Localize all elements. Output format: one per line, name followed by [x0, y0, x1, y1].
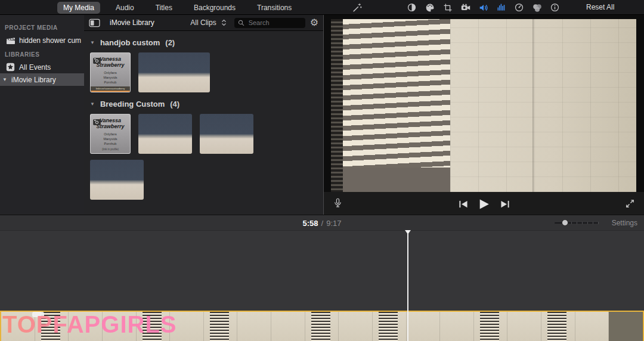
project-media-header: PROJECT MEDIA	[0, 20, 84, 34]
camera-badge-icon	[93, 55, 101, 66]
camera-stabilization-icon[interactable]	[460, 2, 471, 13]
tab-titles[interactable]: Titles	[150, 2, 178, 14]
sidebar-item-imovie-library[interactable]: ▼iMovie Library	[0, 73, 84, 86]
fullscreen-icon[interactable]	[624, 198, 636, 209]
watermark-text: TOPFAPGIRLS	[2, 311, 177, 338]
timeline-toolbar: 5:58 / 9:17 Settings	[0, 215, 644, 230]
filmstrip-frame[interactable]	[440, 312, 474, 341]
skip-forward-button[interactable]	[499, 199, 510, 210]
color-palette-icon[interactable]	[424, 2, 435, 13]
adjustment-toolbar	[406, 0, 561, 15]
clip-thumbnail[interactable]	[138, 114, 192, 154]
transport-controls	[457, 199, 510, 210]
voiceover-mic-icon[interactable]	[332, 197, 343, 209]
preview-shower-curtain	[343, 19, 450, 192]
filmstrip-frame[interactable]	[541, 312, 575, 341]
libraries-header: LIBRARIES	[0, 46, 84, 61]
sidebar-item-hidden-shower-cum[interactable]: hidden shower cum	[0, 34, 84, 46]
volume-icon[interactable]	[478, 2, 489, 13]
tab-audio[interactable]: Audio	[110, 2, 140, 14]
preview-wall-corner	[532, 19, 534, 192]
filmstrip-frame[interactable]	[271, 312, 305, 341]
sidebar-toggle-icon[interactable]	[89, 17, 100, 29]
filmstrip-frame[interactable]	[204, 312, 238, 341]
tab-my-media[interactable]: My Media	[57, 2, 100, 14]
clip-row: VanessaStrawberryOnlyfansManyvidsPornhub…	[90, 114, 317, 154]
filmstrip-frame[interactable]	[575, 312, 609, 341]
browser-title: iMovie Library	[110, 18, 154, 27]
disclosure-triangle-icon[interactable]: ▼	[90, 40, 95, 45]
filmstrip-frame[interactable]	[339, 312, 373, 341]
browser-settings-gear-icon[interactable]: ⚙	[310, 18, 318, 27]
clip-title-card[interactable]: VanessaStrawberryOnlyfansManyvidsPornhub…	[90, 114, 131, 154]
search-box[interactable]	[234, 18, 305, 28]
card-sites: OnlyfansManyvidsPornhub	[103, 132, 117, 147]
disclosure-triangle-icon[interactable]: ▼	[90, 101, 95, 107]
zoom-tick	[593, 222, 593, 224]
timeline-empty-track[interactable]	[0, 230, 644, 311]
color-balance-icon[interactable]	[406, 2, 417, 13]
libraries-sidebar: PROJECT MEDIA hidden shower cum LIBRARIE…	[0, 15, 84, 215]
sidebar-item-label: All Events	[19, 63, 51, 72]
timeline-settings-button[interactable]: Settings	[612, 219, 637, 227]
chevron-updown-icon	[218, 17, 230, 29]
search-input[interactable]	[247, 18, 302, 27]
filmstrip-frame[interactable]	[609, 312, 643, 341]
section-count: (4)	[170, 100, 179, 108]
browser-header: iMovie Library All Clips ⚙	[84, 15, 323, 31]
time-separator: /	[321, 218, 324, 227]
timeline-zoom-slider[interactable]	[555, 222, 599, 224]
clip-filter-dropdown[interactable]: All Clips	[190, 17, 229, 29]
clip-title-card[interactable]: VanessaStrawberryOnlyfansManyvidsPornhub…	[90, 52, 131, 92]
zoom-slider-thumb[interactable]	[562, 219, 568, 226]
filmstrip-frame[interactable]	[237, 312, 271, 341]
search-icon	[238, 19, 245, 26]
preview-window-blinds	[331, 19, 343, 192]
reset-all-button[interactable]: Reset All	[586, 3, 614, 11]
info-icon[interactable]	[549, 2, 561, 13]
clip-thumbnail[interactable]	[90, 160, 144, 200]
section-header[interactable]: ▼handjob custom(2)	[90, 38, 317, 47]
filmstrip-frame[interactable]	[373, 312, 407, 341]
filmstrip-frame[interactable]	[407, 312, 441, 341]
card-sites: OnlyfansManyvidsPornhub	[103, 70, 117, 85]
play-button[interactable]	[478, 199, 490, 210]
filmstrip-frame[interactable]	[305, 312, 339, 341]
clapperboard-icon	[5, 36, 16, 45]
color-filters-icon[interactable]	[531, 2, 543, 13]
timecode: 5:58 / 9:17	[303, 218, 342, 227]
zoom-tick	[598, 222, 599, 224]
clip-list: ▼handjob custom(2)VanessaStrawberryOnlyf…	[84, 31, 323, 215]
card-footer-link: linktr.ee/vanessastrawberry	[91, 86, 130, 92]
clip-thumbnail[interactable]	[200, 114, 253, 154]
zoom-tick	[587, 222, 588, 224]
current-time: 5:58	[303, 218, 318, 227]
clip-thumbnail[interactable]	[138, 52, 210, 92]
star-box-icon	[5, 63, 16, 72]
section-header[interactable]: ▼Breeding Custom(4)	[90, 100, 317, 108]
card-footer-note: (link in profile)	[91, 148, 130, 151]
audio-eq-icon[interactable]	[496, 2, 507, 13]
camera-badge-icon	[93, 117, 101, 128]
media-pane: PROJECT MEDIA hidden shower cum LIBRARIE…	[0, 15, 324, 215]
total-time: 9:17	[326, 218, 341, 227]
imovie-window: My MediaAudioTitlesBackgroundsTransition…	[0, 0, 644, 341]
sidebar-item-label: hidden shower cum	[19, 36, 81, 45]
viewer-pane	[324, 15, 644, 215]
zoom-tick	[577, 222, 577, 224]
sidebar-item-all-events[interactable]: All Events	[0, 61, 84, 73]
media-browser: iMovie Library All Clips ⚙ ▼handjob cust…	[84, 15, 323, 215]
speed-icon[interactable]	[513, 2, 525, 13]
media-section-handjob-custom: ▼handjob custom(2)VanessaStrawberryOnlyf…	[90, 38, 317, 92]
zoom-tick	[571, 222, 572, 224]
auto-enhance-wand-icon[interactable]	[351, 2, 363, 13]
crop-icon[interactable]	[442, 2, 453, 13]
playhead[interactable]	[407, 230, 408, 341]
skip-back-button[interactable]	[457, 199, 469, 210]
filmstrip-frame[interactable]	[507, 312, 541, 341]
tab-transitions[interactable]: Transitions	[251, 2, 298, 14]
filmstrip-frame[interactable]	[474, 312, 508, 341]
clip-row: VanessaStrawberryOnlyfansManyvidsPornhub…	[90, 52, 317, 92]
disclosure-triangle-icon[interactable]: ▼	[2, 77, 8, 82]
tab-backgrounds[interactable]: Backgrounds	[188, 2, 242, 14]
